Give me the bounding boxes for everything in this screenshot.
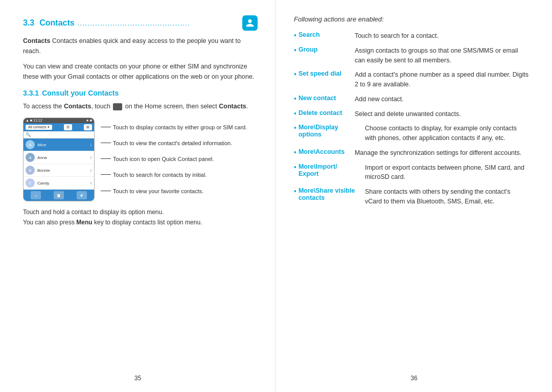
term-accounts: More\Accounts <box>298 148 355 155</box>
bullet-search: • <box>294 31 296 39</box>
contact-row-alice[interactable]: A Alice 1 <box>24 139 94 151</box>
section-heading: 3.3 Contacts ...........................… <box>23 15 258 31</box>
diagram-label-1: Touch to display contacts by either grou… <box>101 124 258 131</box>
bullet-delete-contact: • <box>294 109 296 118</box>
desc-delete-contact: Select and delete unwanted contacts. <box>355 109 461 119</box>
label-line-5 <box>101 191 111 191</box>
all-contacts-btn[interactable]: All contacts ▾ <box>26 125 52 130</box>
bullet-display-options: • <box>294 124 296 132</box>
access-text: To access the Contacts, touch on the Hom… <box>23 101 258 111</box>
contacts-icon <box>242 15 258 31</box>
feature-speed-dial: • Set speed dial Add a contact's phone n… <box>294 70 529 89</box>
contact-row-bonnie[interactable]: B Bonnie 3 <box>24 164 94 177</box>
feature-share-visible: • More\Share visiblecontacts Share conta… <box>294 187 529 206</box>
avatar-alice: A <box>26 140 35 149</box>
intro-paragraph-2: You can view and create contacts on your… <box>23 61 258 82</box>
desc-share-visible: Share contacts with others by sending th… <box>365 187 529 206</box>
desc-new-contact: Add new contact. <box>355 95 404 104</box>
left-page: 3.3 Contacts ...........................… <box>0 0 276 392</box>
subsection-heading: 3.3.1 Consult your Contacts <box>23 89 258 97</box>
subsection-title: Consult your Contacts <box>42 89 119 97</box>
label-line-3 <box>101 158 111 159</box>
intro-paragraph-1: Contacts Contacts enables quick and easy… <box>23 36 258 56</box>
diagram-label-3: Touch icon to open Quick Contact panel. <box>101 155 258 163</box>
section-number: 3.3 <box>23 18 34 28</box>
contacts-bold-term: Contacts <box>23 37 50 44</box>
avatar-candy: C <box>26 178 35 188</box>
toolbar-icon-2[interactable]: ⊞ <box>84 124 92 130</box>
bullet-speed-dial: • <box>294 70 296 78</box>
bullet-group: • <box>294 46 296 54</box>
label-line-2 <box>101 143 111 143</box>
note-line-1: Touch and hold a contact to display its … <box>23 207 258 217</box>
fav-icon[interactable]: ★ <box>77 191 87 199</box>
term-speed-dial: Set speed dial <box>298 70 355 77</box>
feature-display-options: • More\Displayoptions Choose contacts to… <box>294 124 529 143</box>
bullet-share-visible: • <box>294 187 296 195</box>
term-group: Group <box>298 46 355 53</box>
label-line-1 <box>101 127 111 127</box>
feature-list: • Search Touch to search for a contact. … <box>294 31 529 206</box>
phone-mockup: ▲ ■ 11:12 ★ ■ All contacts ▾ ☰ ⊞ 🔍 A Ali… <box>23 118 95 201</box>
feature-new-contact: • New contact Add new contact. <box>294 95 529 104</box>
feature-delete-contact: • Delete contact Select and delete unwan… <box>294 109 529 119</box>
contact-row-candy[interactable]: C Candy 4 <box>24 177 94 190</box>
bullet-accounts: • <box>294 148 296 156</box>
call-log-icon[interactable]: 📋 <box>54 191 64 199</box>
right-page: Following actions are enabled: • Search … <box>276 0 552 392</box>
feature-search: • Search Touch to search for a contact. <box>294 31 529 41</box>
phone-status-bar: ▲ ■ 11:12 ★ ■ <box>24 118 94 123</box>
section-dots: ........................................… <box>78 19 239 27</box>
home-icon[interactable]: ⌂ <box>31 191 41 199</box>
feature-import-export: • More\Import/Export Import or export co… <box>294 163 529 182</box>
diagram-label-5: Touch to view your favorite contacts. <box>101 188 258 195</box>
feature-group: • Group Assign contacts to groups so tha… <box>294 46 529 65</box>
touch-notes: Touch and hold a contact to display its … <box>23 207 258 227</box>
phone-search-bar[interactable]: 🔍 <box>24 131 94 139</box>
following-text: Following actions are enabled: <box>294 15 529 23</box>
term-search: Search <box>298 31 355 38</box>
phone-toolbar: All contacts ▾ ☰ ⊞ <box>24 123 94 131</box>
toolbar-icon-1[interactable]: ☰ <box>64 124 72 130</box>
desc-accounts: Manage the synchronization settings for … <box>355 148 521 158</box>
avatar-bonnie: B <box>26 166 35 175</box>
feature-accounts: • More\Accounts Manage the synchronizati… <box>294 148 529 158</box>
page-number-left: 35 <box>134 375 141 382</box>
bullet-import-export: • <box>294 163 296 171</box>
phone-bottom-bar: ⌂ 📋 ★ <box>24 190 94 201</box>
term-new-contact: New contact <box>298 95 355 102</box>
label-line-4 <box>101 174 111 175</box>
term-display-options: More\Displayoptions <box>298 124 365 138</box>
section-title: Contacts <box>39 18 74 28</box>
diagram-label-2: Touch to view the contact's detailed inf… <box>101 140 258 147</box>
desc-speed-dial: Add a contact's phone number as a speed … <box>355 70 529 89</box>
avatar-anna: A <box>26 153 35 162</box>
page-number-right: 36 <box>410 375 417 382</box>
desc-display-options: Choose contacts to display, for example … <box>365 124 529 143</box>
term-share-visible: More\Share visiblecontacts <box>298 187 365 201</box>
bullet-new-contact: • <box>294 95 296 103</box>
diagram-labels: Touch to display contacts by either grou… <box>101 118 258 201</box>
subsection-number: 3.3.1 <box>23 89 39 97</box>
note-line-2: You can also press Menu key to display c… <box>23 218 258 227</box>
desc-import-export: Import or export contacts between phone,… <box>365 163 529 182</box>
phone-diagram-area: ▲ ■ 11:12 ★ ■ All contacts ▾ ☰ ⊞ 🔍 A Ali… <box>23 118 258 201</box>
desc-group: Assign contacts to groups so that one SM… <box>355 46 529 65</box>
term-import-export: More\Import/Export <box>298 163 365 177</box>
page-spread: 3.3 Contacts ...........................… <box>0 0 552 392</box>
diagram-label-4: Touch to search for contacts by initial. <box>101 171 258 179</box>
term-delete-contact: Delete contact <box>298 109 355 117</box>
desc-search: Touch to search for a contact. <box>355 31 439 41</box>
contact-row-anna[interactable]: A Anna 2 <box>24 151 94 164</box>
